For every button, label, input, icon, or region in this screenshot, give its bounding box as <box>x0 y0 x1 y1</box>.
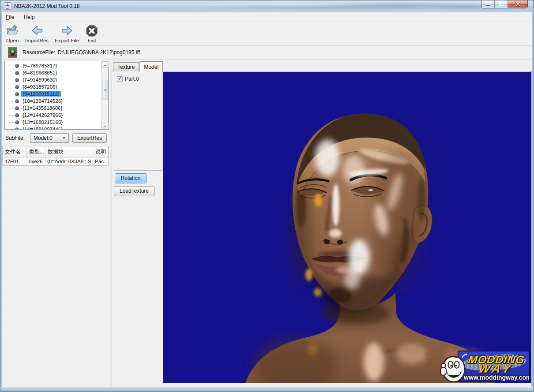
toolbar: Open ImportRes Export File <box>2 22 532 46</box>
exit-label: Exit <box>87 38 96 43</box>
open-label: Open <box>6 38 19 43</box>
tree-item[interactable]: {7=914599630} <box>7 76 101 83</box>
resource-tree: {5=789785317} {6=819668651} {7=914599630… <box>4 61 109 130</box>
tree-connector <box>9 122 15 123</box>
tree-item-label: {7=914599630} <box>21 77 58 82</box>
menu-bar: File Help <box>2 12 532 22</box>
exit-button[interactable]: Exit <box>84 24 99 44</box>
scroll-up-icon[interactable]: ▲ <box>102 61 109 68</box>
tree-node-icon <box>15 85 19 89</box>
tab-texture[interactable]: Texture <box>113 62 139 71</box>
tree-item-label: {12=1442627966} <box>21 112 64 118</box>
tree-item[interactable]: {8=931857206} <box>7 83 101 90</box>
subfile-table: 文件名 类型... 数据块 说明 47F01... 0xe26... {0=Ad… <box>2 146 109 166</box>
scrollbar-thumb[interactable] <box>102 80 108 100</box>
tree-item[interactable]: {13=1680215165} <box>7 119 101 126</box>
export-arrow-icon <box>60 24 74 37</box>
app-window: NBA2K-2012 Mod Tool 0.18 File Help <box>0 0 534 392</box>
tree-item-label: {14=1881897446} <box>21 127 64 129</box>
tree-item-label: {10=1394714526} <box>21 98 64 104</box>
tree-connector <box>9 87 15 87</box>
model-viewport[interactable]: MODDING WAY www.moddingway.com <box>163 72 531 383</box>
table-header-description[interactable]: 说明 <box>93 146 108 157</box>
tree-node-icon <box>15 71 19 75</box>
maximize-icon <box>499 2 504 6</box>
resource-file-text: ResourceFile:D:\JUEGOS\NBA 2K12\png0195.… <box>23 49 140 56</box>
tree-connector <box>9 115 15 116</box>
tree-scrollbar[interactable]: ▲ ▼ <box>101 61 108 129</box>
model-3d-head <box>163 72 531 383</box>
tree-item-label: {11=1435913606} <box>21 105 64 111</box>
moddingway-panel: MODDING WAY www.moddingway.com <box>458 351 530 382</box>
watermark-url: www.moddingway.com <box>464 374 529 381</box>
table-header-row: 文件名 类型... 数据块 说明 <box>3 146 108 157</box>
subfile-dropdown[interactable]: Model:0 ▼ <box>30 133 69 143</box>
open-button[interactable]: Open <box>5 24 20 44</box>
resource-bar: ResourceFile:D:\JUEGOS\NBA 2K12\png0195.… <box>2 46 532 60</box>
tree-connector <box>9 73 15 73</box>
rotation-button[interactable]: Rotation <box>115 173 147 183</box>
exportres-button[interactable]: ExportRes <box>72 133 107 143</box>
tree-node-icon <box>15 113 19 117</box>
tab-model[interactable]: Model <box>139 61 163 72</box>
table-header-type[interactable]: 类型... <box>27 146 45 157</box>
tree-item[interactable]: {12=1442627966} <box>7 112 101 119</box>
subfile-dropdown-value: Model:0 <box>34 135 53 141</box>
tree-item[interactable]: {14=1881897446} <box>7 126 101 129</box>
table-row[interactable]: 47F01... 0xe26... {0=Addr: 0X3A8 ; S... … <box>3 157 108 165</box>
tree-item-label: {8=931857206} <box>21 84 58 90</box>
table-cell-type: 0xe26... <box>27 157 45 165</box>
close-button[interactable] <box>508 0 527 8</box>
tree-item[interactable]: {11=1435913606} <box>7 105 101 112</box>
tree-node-icon <box>15 92 19 96</box>
tree-connector <box>9 129 15 130</box>
window-frame-bottom <box>0 387 534 392</box>
tree-connector <box>9 94 15 94</box>
tree-item[interactable]: {5=789785317} <box>7 62 101 69</box>
tree-item[interactable]: {6=819668651} <box>7 69 101 76</box>
tree-item-label: {5=789785317} <box>21 63 58 68</box>
table-header-filename[interactable]: 文件名 <box>3 146 27 157</box>
table-cell-datablock: {0=Addr: 0X3A8 ; S... <box>45 157 93 165</box>
tree-connector <box>9 80 15 80</box>
menu-file[interactable]: File <box>2 12 18 22</box>
table-cell-description: Pac... <box>93 157 108 165</box>
title-bar[interactable]: NBA2K-2012 Mod Tool 0.18 <box>0 0 534 12</box>
java-app-icon <box>4 2 11 10</box>
table-cell-filename: 47F01... <box>3 157 27 165</box>
subfile-row: SubFile: Model:0 ▼ ExportRes <box>5 133 108 143</box>
window-frame-right <box>532 12 534 392</box>
main-area: {5=789785317} {6=819668651} {7=914599630… <box>2 60 532 387</box>
part-checkbox[interactable] <box>117 76 123 82</box>
minimize-button[interactable] <box>481 0 495 8</box>
maximize-button[interactable] <box>495 0 508 8</box>
left-panel: {5=789785317} {6=819668651} {7=914599630… <box>2 60 110 387</box>
tree-list: {5=789785317} {6=819668651} {7=914599630… <box>5 61 101 129</box>
subfile-label: SubFile: <box>5 135 26 141</box>
exportfile-button[interactable]: Export File <box>54 24 80 44</box>
tree-node-icon <box>15 64 19 68</box>
tree-item-label: {13=1680215165} <box>21 119 64 125</box>
open-folder-icon <box>6 24 19 37</box>
tree-node-icon <box>15 127 19 130</box>
menu-help[interactable]: Help <box>20 12 39 22</box>
tree-item[interactable]: {10=1394714526} <box>7 97 101 105</box>
tree-item-selected[interactable]: {9=1206915112} <box>7 90 101 97</box>
scroll-down-icon[interactable]: ▼ <box>102 123 109 129</box>
tree-node-icon <box>15 120 19 124</box>
exit-icon <box>85 24 98 37</box>
loadtexture-button[interactable]: LoadTexture <box>114 186 154 196</box>
importres-label: ImportRes <box>25 38 49 43</box>
tree-connector <box>9 101 15 101</box>
part-row[interactable]: Part.0 <box>114 73 162 82</box>
import-arrow-icon <box>30 24 44 37</box>
importres-button[interactable]: ImportRes <box>24 24 49 44</box>
tree-node-icon <box>15 78 19 82</box>
dropdown-arrow-icon: ▼ <box>62 134 66 143</box>
tree-connector <box>9 108 15 108</box>
window-title: NBA2K-2012 Mod Tool 0.18 <box>14 3 80 9</box>
table-header-datablock[interactable]: 数据块 <box>45 146 93 157</box>
resource-file-label: ResourceFile: <box>23 49 55 56</box>
tree-node-icon <box>15 99 19 103</box>
minimize-icon <box>486 4 490 5</box>
